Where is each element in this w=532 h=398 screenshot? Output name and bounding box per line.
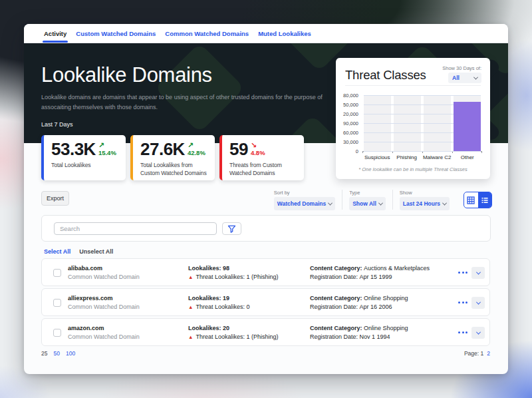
stat-total-lookalikes: 53.3K ↗15.4% Total Lookalikes (41, 135, 126, 180)
x-axis-label: Other (454, 154, 481, 160)
domain-type: Common Watched Domain (68, 333, 140, 341)
stat-delta: 42.8% (188, 149, 205, 156)
page-size-50[interactable]: 50 (53, 350, 59, 357)
chart-footnote: * One lookalike can be in multiple Threa… (336, 166, 490, 172)
tab-common-watched-domains[interactable]: Common Watched Domains (165, 24, 249, 43)
trend-up-icon: ↗ (188, 142, 194, 149)
warning-triangle-icon: ▲ (188, 333, 193, 341)
warning-triangle-icon: ▲ (188, 303, 193, 311)
threat-classes-card: Threat Classes Show 30 Days of: All 80,0… (336, 58, 490, 179)
expand-row-button[interactable] (471, 297, 485, 309)
y-tick-label: 0 (356, 148, 358, 154)
registration-date: Apr 16 2006 (360, 303, 392, 311)
domain-row: amazon.com Common Watched Domain Lookali… (41, 318, 490, 346)
show-group: Show Last 24 Hours (400, 190, 450, 210)
threat-classes-title: Threat Classes (345, 68, 426, 83)
x-axis-labels: SuspiciousPhishingMalware C2Other (364, 154, 481, 160)
divider (392, 190, 393, 210)
stat-total-lookalikes-custom: 27.6K ↗42.8% Total Lookalikes from Custo… (130, 135, 215, 180)
stat-cards: 53.3K ↗15.4% Total Lookalikes 27.6K ↗42.… (41, 135, 304, 180)
chevron-down-icon (475, 270, 480, 274)
more-actions-button[interactable] (458, 301, 467, 303)
filter-button[interactable] (222, 222, 241, 235)
y-tick-label: 20,000 (343, 111, 358, 117)
tab-muted-lookalikes[interactable]: Muted Lookalikes (258, 24, 311, 43)
stat-value: 53.3K (51, 141, 96, 158)
list-view-button[interactable] (478, 192, 492, 208)
threat-count: 1 (Phishing) (247, 333, 279, 341)
domain-type: Common Watched Domain (68, 303, 140, 311)
show-label: Show (400, 190, 450, 196)
domain-type: Common Watched Domain (68, 273, 140, 282)
row-checkbox[interactable] (53, 269, 61, 277)
domain-name: alibaba.com (68, 264, 140, 273)
domain-name: alliexpress.com (68, 294, 140, 303)
show-30-days-label: Show 30 Days of: (442, 65, 481, 71)
divider (342, 190, 342, 210)
x-axis-label: Malware C2 (423, 154, 452, 160)
row-checkbox[interactable] (53, 329, 61, 337)
filter-controls: Sort by Watched Domains Type Show All Sh… (274, 190, 450, 210)
chevron-down-icon (328, 200, 332, 205)
expand-row-button[interactable] (471, 267, 485, 279)
x-axis-label: Suspicious (364, 154, 390, 160)
lookalikes-count: 98 (223, 264, 229, 273)
threat-count: 0 (247, 303, 250, 311)
divider (345, 85, 481, 86)
stat-label: Total Lookalikes (51, 161, 122, 169)
period-label: Last 7 Days (41, 121, 73, 128)
tab-custom-watched-domains[interactable]: Custom Watched Domains (76, 24, 156, 43)
tab-bar: Activity Custom Watched Domains Common W… (24, 24, 508, 43)
select-all-link[interactable]: Select All (44, 248, 70, 255)
content-category: Online Shopping (364, 294, 408, 303)
diamond-pattern (154, 43, 245, 133)
chevron-down-icon (473, 75, 478, 79)
show-dropdown[interactable]: Last 24 Hours (400, 197, 450, 210)
stat-value: 59 (229, 141, 248, 158)
row-checkbox[interactable] (53, 299, 61, 307)
lookalikes-count: 19 (223, 294, 229, 303)
expand-row-button[interactable] (471, 327, 485, 339)
type-dropdown[interactable]: Show All (349, 197, 386, 210)
sort-by-label: Sort by (274, 190, 335, 196)
grid-view-button[interactable] (464, 192, 478, 208)
page-2-link[interactable]: 2 (487, 350, 490, 357)
search-panel: Search (41, 215, 491, 242)
chart-column-other (454, 95, 481, 151)
current-page-label: Page: 1 (464, 350, 483, 357)
search-input[interactable]: Search (54, 222, 217, 235)
more-actions-button[interactable] (458, 331, 467, 333)
stat-delta: 4.8% (251, 149, 265, 156)
y-tick-label: 60,000 (343, 130, 358, 136)
domain-row: alliexpress.com Common Watched Domain Lo… (41, 288, 490, 316)
dropdown-value: All (452, 75, 460, 81)
selection-links: Select All Unselect All (44, 248, 113, 255)
chevron-down-icon (378, 200, 383, 205)
warning-triangle-icon: ▲ (188, 273, 193, 282)
y-tick-label: 80,000 (343, 93, 358, 99)
pagination: 25 50 100 Page: 1 2 (41, 350, 490, 357)
list-icon (481, 196, 489, 204)
more-actions-button[interactable] (458, 272, 467, 274)
threat-class-dropdown[interactable]: All (448, 73, 481, 83)
page-size-25[interactable]: 25 (41, 350, 47, 357)
stat-label: Threats from Custom Watched Domains (229, 161, 301, 177)
domain-row: alibaba.com Common Watched Domain Lookal… (41, 258, 490, 286)
registration-date: Apr 15 1999 (360, 273, 392, 282)
content-category: Online Shopping (364, 324, 408, 333)
view-toggle-group (464, 192, 492, 208)
y-tick-label: 30,000 (343, 139, 358, 145)
content-category: Auctions & Marketplaces (364, 264, 430, 273)
grid-icon (467, 196, 475, 204)
tab-activity[interactable]: Activity (44, 24, 66, 43)
page-size-100[interactable]: 100 (66, 350, 75, 357)
export-button[interactable]: Export (41, 191, 69, 206)
trend-down-icon: ↘ (251, 142, 257, 149)
stat-delta: 15.4% (98, 149, 116, 156)
y-tick-label: 50,000 (343, 102, 358, 108)
main-card: Activity Custom Watched Domains Common W… (24, 24, 508, 374)
unselect-all-link[interactable]: Unselect All (79, 248, 113, 255)
x-axis-label: Phishing (393, 154, 420, 160)
sort-by-dropdown[interactable]: Watched Domains (274, 197, 335, 210)
stat-value: 27.6K (140, 141, 185, 158)
